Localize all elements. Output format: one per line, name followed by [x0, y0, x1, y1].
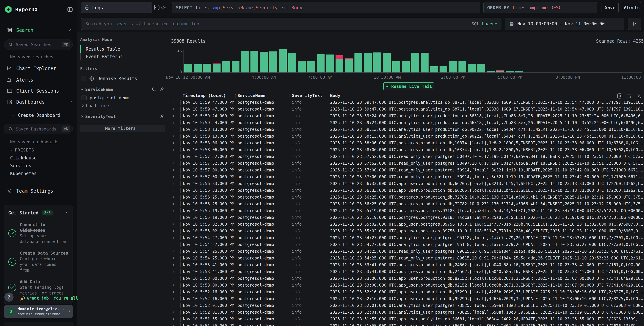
service-checkbox[interactable] — [82, 95, 86, 100]
select-columns-input[interactable]: SELECT Timestamp ,ServiceName,SeverityTe… — [172, 2, 480, 13]
saved-searches-input[interactable]: Saved Searches ⌘K — [4, 39, 73, 50]
row-expand-icon[interactable] — [171, 284, 180, 286]
histogram-bar[interactable] — [515, 71, 523, 73]
create-dashboard-button[interactable]: Create Dashboard — [11, 111, 74, 119]
service-option-postgresql-demo[interactable]: postgresql-demo — [80, 94, 166, 102]
preset-services[interactable]: Services — [10, 162, 74, 170]
alerts-button[interactable]: Alerts — [623, 2, 641, 13]
histogram-bar[interactable] — [307, 61, 315, 73]
row-expand-icon[interactable] — [171, 129, 180, 130]
run-query-button[interactable] — [628, 18, 641, 30]
table-row[interactable]: Nov 10 5:56:33.000 PMpostgresql-demoinfo… — [171, 187, 644, 194]
row-expand-icon[interactable] — [171, 264, 180, 266]
preset-clickhouse[interactable]: ClickHouse — [10, 154, 74, 162]
filter-group-severitytext[interactable]: SeverityText — [80, 112, 166, 121]
lucene-toggle[interactable]: Lucene — [482, 22, 497, 27]
get-started-header[interactable]: Get Started 3/3 — [8, 209, 68, 216]
row-expand-icon[interactable] — [171, 244, 180, 245]
histogram-bar[interactable] — [392, 61, 400, 73]
row-expand-icon[interactable] — [171, 325, 180, 326]
table-row[interactable]: Nov 10 5:58:13.000 PMpostgresql-demoinfo… — [171, 126, 644, 133]
histogram-bar[interactable] — [458, 61, 466, 73]
table-row[interactable]: Nov 10 5:54:27.000 PMpostgresql-demoinfo… — [171, 234, 644, 241]
histogram-bar[interactable] — [298, 61, 306, 73]
filter-search-icon[interactable] — [152, 87, 156, 92]
sidebar-item-search[interactable]: Search — [0, 25, 77, 36]
table-row[interactable]: Nov 10 5:52:01.000 PMpostgresql-demoinfo… — [171, 302, 644, 309]
table-row[interactable]: Nov 10 5:58:06.000 PMpostgresql-demoinfo… — [171, 140, 644, 146]
row-expand-icon[interactable] — [171, 102, 180, 103]
table-row[interactable]: Nov 10 5:54:25.000 PMpostgresql-demoinfo… — [171, 255, 644, 261]
row-expand-icon[interactable] — [171, 169, 180, 171]
row-expand-icon[interactable] — [171, 223, 180, 225]
row-expand-icon[interactable] — [171, 230, 180, 232]
row-expand-icon[interactable] — [171, 108, 180, 110]
more-filters-button[interactable]: More filters — [80, 125, 166, 132]
row-expand-icon[interactable] — [171, 176, 180, 178]
histogram-bar[interactable] — [326, 55, 334, 73]
table-row[interactable]: Nov 10 5:55:19.000 PMpostgresql-demoinfo… — [171, 207, 644, 214]
row-expand-icon[interactable] — [171, 237, 180, 239]
histogram-bar[interactable] — [203, 64, 211, 73]
sidebar-item-alerts[interactable]: Alerts — [0, 75, 77, 85]
table-row[interactable]: Nov 10 5:56:25.000 PMpostgresql-demoinfo… — [171, 201, 644, 207]
table-row[interactable]: Nov 10 5:52:16.000 PMpostgresql-demoinfo… — [171, 295, 644, 302]
histogram-bar[interactable] — [449, 61, 457, 73]
histogram-bar[interactable] — [317, 54, 324, 73]
table-row[interactable]: Nov 10 5:58:06.000 PMpostgresql-demoinfo… — [171, 146, 644, 153]
get-started-item[interactable]: Create Data Sources Configure where your… — [8, 250, 68, 273]
table-row[interactable]: Nov 10 5:58:13.000 PMpostgresql-demoinfo… — [171, 133, 644, 140]
column-header-servicename[interactable]: ServiceName — [235, 93, 290, 98]
column-header-timestamp[interactable]: Timestamp (Local) — [180, 93, 235, 98]
histogram-bar[interactable] — [288, 53, 296, 73]
histogram-bar[interactable] — [478, 64, 485, 73]
table-row[interactable]: Nov 10 5:55:02.000 PMpostgresql-demoinfo… — [171, 228, 644, 234]
histogram-bar[interactable] — [270, 52, 277, 73]
histogram-bar[interactable] — [421, 53, 428, 73]
code-view-button[interactable] — [153, 4, 160, 11]
source-select[interactable]: Logs — [81, 2, 152, 13]
row-expand-icon[interactable] — [171, 271, 180, 272]
sidebar-item-client-sessions[interactable]: Client Sessions — [0, 86, 77, 96]
order-by-input[interactable]: ORDER BY TimestampTime DESC — [483, 2, 597, 13]
table-row[interactable]: Nov 10 5:52:01.000 PMpostgresql-demoinfo… — [171, 309, 644, 316]
row-expand-icon[interactable] — [171, 115, 180, 117]
row-expand-icon[interactable] — [171, 210, 180, 212]
histogram-bar[interactable] — [506, 71, 514, 73]
get-started-item[interactable]: Add Data Start sending logs, metrics, or… — [8, 279, 68, 296]
table-row[interactable]: Nov 10 5:54:27.000 PMpostgresql-demoinfo… — [171, 241, 644, 248]
table-row[interactable]: Nov 10 5:55:19.000 PMpostgresql-demoinfo… — [171, 214, 644, 221]
table-row[interactable]: Nov 10 5:57:00.000 PMpostgresql-demoinfo… — [171, 173, 644, 180]
row-expand-icon[interactable] — [171, 156, 180, 157]
histogram-bar[interactable] — [383, 53, 391, 73]
histogram-bar[interactable] — [232, 61, 240, 73]
histogram-bar[interactable] — [496, 70, 504, 73]
table-row[interactable]: Nov 10 5:57:00.000 PMpostgresql-demoinfo… — [171, 167, 644, 173]
table-row[interactable]: Nov 10 5:56:25.000 PMpostgresql-demoinfo… — [171, 194, 644, 201]
column-header-body[interactable]: Body — [328, 93, 644, 98]
row-expand-icon[interactable] — [171, 278, 180, 279]
help-button[interactable]: ? — [4, 292, 14, 302]
row-expand-icon[interactable] — [171, 142, 180, 144]
row-expand-icon[interactable] — [171, 190, 180, 191]
row-expand-icon[interactable] — [171, 257, 180, 259]
row-expand-icon[interactable] — [171, 203, 180, 205]
sidebar-item-team-settings[interactable]: Team Settings — [0, 185, 77, 196]
table-row[interactable]: Nov 10 5:59:24.000 PMpostgresql-demoinfo… — [171, 113, 644, 119]
table-row[interactable]: Nov 10 5:51:55.000 PMpostgresql-demoinfo… — [171, 322, 644, 326]
table-row[interactable]: Nov 10 5:56:33.000 PMpostgresql-demoinfo… — [171, 180, 644, 187]
mode-results-table[interactable]: Results Table — [80, 45, 166, 53]
sidebar-item-dashboards[interactable]: Dashboards — [0, 97, 77, 107]
saved-dashboards-input[interactable]: Saved Dashboards ⌘K — [4, 124, 73, 134]
denoise-checkbox[interactable] — [81, 76, 86, 81]
sidebar-collapse-icon[interactable] — [67, 7, 73, 13]
pin-icon[interactable] — [159, 87, 164, 92]
row-expand-icon[interactable] — [171, 305, 180, 306]
table-row[interactable]: Nov 10 5:59:24.000 PMpostgresql-demoinfo… — [171, 119, 644, 126]
histogram-bar[interactable] — [222, 61, 230, 73]
histogram-bar[interactable] — [374, 53, 381, 73]
resume-live-tail-button[interactable]: Resume Live Tail — [384, 82, 434, 90]
download-icon[interactable] — [636, 93, 642, 99]
row-expand-icon[interactable] — [171, 250, 180, 252]
user-menu[interactable]: D dominic.tran@clic... dominic.tran@clic… — [4, 305, 73, 318]
